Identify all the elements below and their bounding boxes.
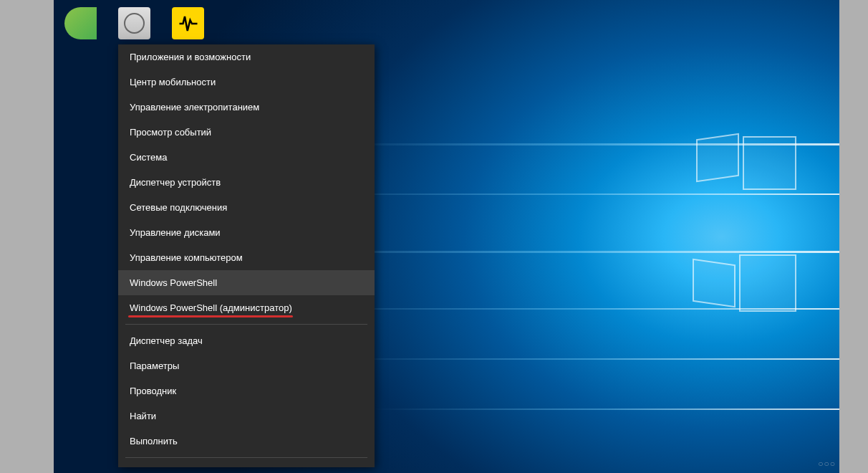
- menu-item-label: Сетевые подключения: [130, 202, 227, 213]
- menu-item-label: Диспетчер задач: [130, 335, 203, 346]
- menu-item-label: Проводник: [130, 386, 176, 396]
- light-beam: [302, 194, 839, 195]
- menu-item-label: Windows PowerShell (администратор): [130, 302, 292, 313]
- menu-item-label: Найти: [130, 411, 156, 421]
- desktop-icons-row: [64, 7, 204, 39]
- light-beam: [374, 408, 839, 410]
- menu-item-event-viewer[interactable]: Просмотр событий: [118, 120, 375, 145]
- menu-item-powershell-admin[interactable]: Windows PowerShell (администратор): [118, 295, 375, 320]
- menu-separator: [125, 324, 367, 325]
- desktop[interactable]: Приложения и возможности Центр мобильнос…: [54, 0, 839, 473]
- menu-item-file-explorer[interactable]: Проводник: [118, 378, 375, 403]
- menu-item-label: Параметры: [130, 360, 179, 371]
- menu-item-network-connections[interactable]: Сетевые подключения: [118, 195, 375, 220]
- menu-item-system[interactable]: Система: [118, 145, 375, 170]
- menu-item-label: Управление электропитанием: [130, 102, 259, 113]
- menu-item-label: Система: [130, 152, 167, 163]
- menu-item-search[interactable]: Найти: [118, 403, 375, 429]
- menu-item-run[interactable]: Выполнить: [118, 429, 375, 454]
- menu-item-settings[interactable]: Параметры: [118, 353, 375, 378]
- winx-context-menu: Приложения и возможности Центр мобильнос…: [118, 44, 375, 467]
- wallpaper-square: [739, 254, 796, 312]
- menu-item-label: Windows PowerShell: [130, 277, 217, 288]
- menu-item-label: Выполнить: [130, 436, 178, 446]
- menu-item-computer-management[interactable]: Управление компьютером: [118, 245, 375, 270]
- menu-item-label: Диспетчер устройств: [130, 177, 221, 188]
- menu-item-power-options[interactable]: Управление электропитанием: [118, 95, 375, 120]
- menu-item-mobility-center[interactable]: Центр мобильности: [118, 70, 375, 95]
- desktop-icon-app1[interactable]: [64, 7, 97, 39]
- menu-item-label: Центр мобильности: [130, 77, 216, 87]
- menu-item-task-manager[interactable]: Диспетчер задач: [118, 328, 375, 353]
- wallpaper-square: [693, 259, 736, 307]
- light-beam: [338, 358, 839, 360]
- watermark: ○○○: [818, 459, 836, 469]
- menu-item-device-manager[interactable]: Диспетчер устройств: [118, 170, 375, 195]
- wallpaper-square: [696, 133, 739, 182]
- outer-frame-left: [0, 0, 54, 473]
- wallpaper-square: [743, 136, 796, 190]
- menu-item-disk-management[interactable]: Управление дисками: [118, 220, 375, 245]
- desktop-icon-app2[interactable]: [118, 7, 150, 39]
- menu-item-label: Управление компьютером: [130, 252, 243, 263]
- outer-frame-right: [839, 0, 868, 473]
- menu-item-label: Управление дисками: [130, 227, 221, 238]
- menu-item-label: Просмотр событий: [130, 127, 211, 138]
- menu-separator: [125, 457, 367, 458]
- pulse-icon: [178, 13, 199, 34]
- menu-item-powershell[interactable]: Windows PowerShell: [118, 270, 375, 295]
- desktop-icon-app3[interactable]: [172, 7, 204, 39]
- menu-item-label: Приложения и возможности: [130, 52, 251, 62]
- menu-item-apps-features[interactable]: Приложения и возможности: [118, 44, 375, 70]
